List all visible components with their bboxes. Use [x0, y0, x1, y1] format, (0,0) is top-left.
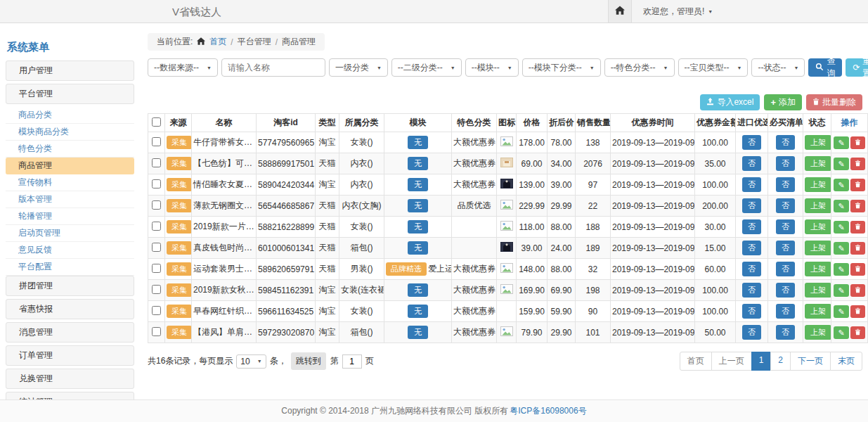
must-buy-toggle-button[interactable]: 否 [776, 283, 795, 298]
must-buy-toggle-button[interactable]: 否 [776, 262, 795, 276]
import-toggle-button[interactable]: 否 [742, 198, 761, 213]
edit-button[interactable]: ✎ [834, 284, 848, 297]
edit-button[interactable]: ✎ [834, 221, 848, 234]
must-buy-toggle-button[interactable]: 否 [776, 177, 795, 192]
delete-button[interactable] [850, 158, 865, 170]
import-excel-button[interactable]: 导入excel [700, 94, 760, 110]
delete-button[interactable] [850, 136, 865, 149]
row-checkbox[interactable] [152, 179, 161, 188]
status-button[interactable]: 上架 [805, 219, 831, 234]
delete-button[interactable] [850, 284, 865, 297]
import-toggle-button[interactable]: 否 [742, 219, 761, 234]
reset-button[interactable]: ⟳ 重置 [846, 58, 868, 77]
page-button-2[interactable]: 1 [751, 352, 772, 371]
sidebar-item-1[interactable]: 平台管理 [6, 84, 134, 104]
sidebar-item-6[interactable]: 宣传物料 [6, 174, 134, 191]
import-toggle-button[interactable]: 否 [742, 304, 761, 319]
status-button[interactable]: 上架 [805, 135, 831, 150]
row-checkbox[interactable] [152, 137, 161, 146]
jump-button[interactable]: 跳转到 [291, 352, 326, 370]
edit-button[interactable]: ✎ [834, 305, 848, 318]
page-button-1[interactable]: 上一页 [711, 352, 752, 371]
icp-link[interactable]: 粤ICP备16098006号 [510, 405, 586, 417]
must-buy-toggle-button[interactable]: 否 [776, 135, 795, 150]
edit-button[interactable]: ✎ [834, 136, 848, 149]
sidebar-item-2[interactable]: 商品分类 [6, 107, 134, 124]
sidebar-item-7[interactable]: 版本管理 [6, 191, 134, 208]
must-buy-toggle-button[interactable]: 否 [776, 156, 795, 171]
delete-button[interactable] [850, 179, 865, 191]
status-button[interactable]: 上架 [805, 283, 831, 298]
delete-button[interactable] [850, 305, 865, 318]
sidebar-item-15[interactable]: 订单管理 [6, 345, 134, 366]
batch-delete-button[interactable]: 批量删除 [806, 94, 862, 110]
delete-button[interactable] [850, 200, 865, 212]
filter-select-4[interactable]: --特色分类--▼ [604, 58, 675, 77]
must-buy-toggle-button[interactable]: 否 [776, 304, 795, 319]
add-button[interactable]: + 添加 [764, 94, 802, 110]
status-button[interactable]: 上架 [805, 262, 831, 276]
sidebar-item-12[interactable]: 拼团管理 [6, 276, 134, 296]
sidebar-item-0[interactable]: 用户管理 [6, 60, 134, 81]
sidebar-item-14[interactable]: 消息管理 [6, 322, 134, 343]
sidebar-item-10[interactable]: 意见反馈 [6, 242, 134, 259]
must-buy-toggle-button[interactable]: 否 [776, 241, 795, 255]
delete-button[interactable] [850, 326, 865, 339]
filter-select-3[interactable]: --模块下分类--▼ [522, 58, 601, 77]
row-checkbox[interactable] [152, 158, 161, 167]
row-checkbox[interactable] [152, 222, 161, 231]
row-checkbox[interactable] [152, 243, 161, 252]
delete-button[interactable] [850, 242, 865, 255]
page-button-4[interactable]: 下一页 [790, 352, 831, 371]
status-button[interactable]: 上架 [805, 304, 831, 319]
must-buy-toggle-button[interactable]: 否 [776, 198, 795, 213]
sidebar-item-13[interactable]: 省惠快报 [6, 299, 134, 319]
sidebar-item-11[interactable]: 平台配置 [6, 259, 134, 276]
filter-select-1[interactable]: --二级分类--▼ [391, 58, 462, 77]
edit-button[interactable]: ✎ [834, 200, 848, 212]
search-button[interactable]: 查询 [808, 58, 842, 77]
name-search-input[interactable] [221, 58, 325, 77]
sidebar-item-5[interactable]: 商品管理 [6, 158, 134, 174]
page-size-select[interactable]: 10 ▼ [236, 354, 266, 369]
row-checkbox[interactable] [152, 306, 161, 315]
page-button-3[interactable]: 2 [770, 352, 791, 371]
import-toggle-button[interactable]: 否 [742, 262, 761, 276]
page-button-0[interactable]: 首页 [680, 352, 712, 371]
import-toggle-button[interactable]: 否 [742, 156, 761, 171]
import-toggle-button[interactable]: 否 [742, 241, 761, 255]
import-toggle-button[interactable]: 否 [742, 283, 761, 298]
status-button[interactable]: 上架 [805, 156, 831, 171]
jump-page-input[interactable] [342, 354, 362, 369]
row-checkbox[interactable] [152, 285, 161, 294]
sidebar-item-8[interactable]: 轮播管理 [6, 208, 134, 225]
delete-button[interactable] [850, 221, 865, 234]
sidebar-item-3[interactable]: 模块商品分类 [6, 124, 134, 141]
user-menu[interactable]: 欢迎您，管理员! ▼ [643, 6, 713, 18]
edit-button[interactable]: ✎ [834, 158, 848, 170]
edit-button[interactable]: ✎ [834, 242, 848, 255]
home-button[interactable] [608, 0, 632, 23]
row-checkbox[interactable] [152, 264, 161, 273]
page-button-5[interactable]: 末页 [830, 352, 862, 371]
edit-button[interactable]: ✎ [834, 179, 848, 191]
filter-select-0[interactable]: 一级分类▼ [329, 58, 388, 77]
sidebar-item-4[interactable]: 特色分类 [6, 141, 134, 158]
must-buy-toggle-button[interactable]: 否 [776, 219, 795, 234]
select-all-checkbox[interactable] [152, 117, 161, 127]
import-toggle-button[interactable]: 否 [742, 135, 761, 150]
filter-select-source[interactable]: --数据来源-- ▼ [148, 58, 218, 77]
status-button[interactable]: 上架 [805, 325, 831, 340]
status-button[interactable]: 上架 [805, 177, 831, 192]
status-button[interactable]: 上架 [805, 241, 831, 255]
edit-button[interactable]: ✎ [834, 263, 848, 276]
must-buy-toggle-button[interactable]: 否 [776, 325, 795, 340]
filter-select-6[interactable]: --状态--▼ [751, 58, 805, 77]
edit-button[interactable]: ✎ [834, 326, 848, 339]
breadcrumb-home-link[interactable]: 首页 [209, 36, 226, 48]
import-toggle-button[interactable]: 否 [742, 177, 761, 192]
row-checkbox[interactable] [152, 200, 161, 210]
filter-select-2[interactable]: --模块--▼ [465, 58, 519, 77]
row-checkbox[interactable] [152, 327, 161, 336]
import-toggle-button[interactable]: 否 [742, 325, 761, 340]
